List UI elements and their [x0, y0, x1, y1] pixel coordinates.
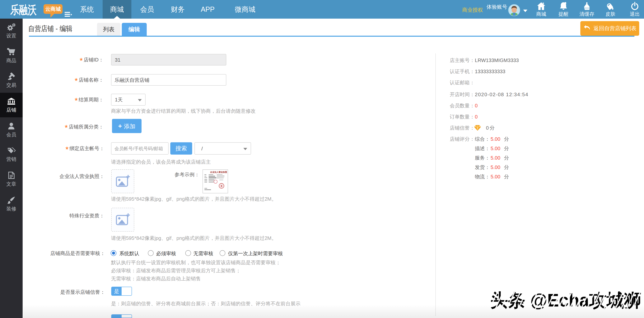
svg-text:企业法人营业执照: 企业法人营业执照: [210, 171, 227, 174]
